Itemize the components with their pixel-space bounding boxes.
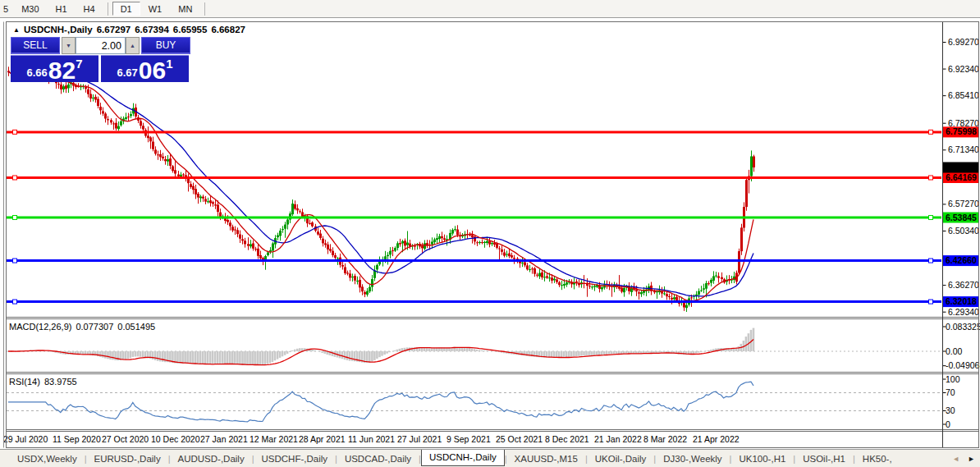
- y-axis-tick-label: 6.99270: [948, 37, 979, 47]
- candle-body: [259, 255, 262, 259]
- buy-button[interactable]: BUY: [141, 37, 190, 54]
- candle-body: [361, 286, 364, 291]
- tab-usdx-weekly[interactable]: USDX,Weekly: [10, 452, 85, 465]
- price-level-handle[interactable]: [929, 216, 933, 220]
- price-level-handle[interactable]: [13, 216, 17, 220]
- candle-body: [663, 293, 666, 294]
- candle-body: [529, 269, 531, 270]
- candle-body: [471, 235, 474, 237]
- tab-usoil-h1[interactable]: USOil-,H1: [795, 452, 853, 465]
- candle-body: [685, 305, 688, 308]
- current-price-label: 6.66827: [946, 163, 977, 172]
- volume-increase-button[interactable]: ▲: [126, 37, 140, 54]
- candle-body: [369, 287, 371, 291]
- sell-price-big: 82: [48, 58, 76, 82]
- candle-body: [67, 85, 70, 88]
- tab-dj30-weekly[interactable]: DJ30-,Weekly: [656, 452, 729, 465]
- candle-body: [421, 245, 424, 248]
- candle-body: [344, 268, 346, 273]
- tab-usdcnh-daily[interactable]: USDCNH-,Daily: [421, 449, 505, 466]
- chevron-down-icon: ▼: [66, 43, 71, 48]
- candle-body: [508, 254, 511, 257]
- buy-price-display[interactable]: 6.67 06 1: [101, 55, 189, 82]
- candle-body: [671, 298, 673, 300]
- candle-body: [534, 268, 536, 274]
- x-axis-date-label: 27 Jan 2021: [200, 434, 248, 444]
- candle-body: [87, 89, 89, 94]
- candle-body: [241, 239, 244, 240]
- tab-hk50[interactable]: HK50-,: [855, 452, 900, 465]
- candle-body: [483, 242, 486, 243]
- price-level-handle[interactable]: [13, 130, 17, 134]
- price-level-handle[interactable]: [929, 259, 933, 263]
- candle-body: [503, 253, 506, 256]
- symbol-title: USDCNH-,Daily: [24, 25, 93, 34]
- sell-price-display[interactable]: 6.66 82 7: [11, 55, 98, 82]
- candle-body: [192, 186, 195, 190]
- candle-body: [296, 208, 299, 211]
- candle-body: [204, 199, 207, 201]
- candle-body: [431, 242, 433, 245]
- candle-body: [319, 234, 322, 238]
- candle-body: [229, 222, 231, 226]
- candle-body: [182, 175, 185, 176]
- volume-input[interactable]: [76, 37, 126, 54]
- candle-body: [359, 280, 361, 288]
- tab-usdchf-daily[interactable]: USDCHF-,Daily: [254, 452, 336, 465]
- candle-body: [506, 254, 508, 255]
- candle-body: [267, 253, 269, 255]
- candle-body: [294, 204, 296, 209]
- candle-body: [753, 157, 755, 168]
- candle-body: [212, 202, 214, 204]
- candle-body: [561, 285, 563, 286]
- price-level-handle[interactable]: [929, 130, 933, 134]
- candle-body: [531, 268, 534, 269]
- candle-body: [190, 184, 192, 187]
- tab-uk100-h1[interactable]: UK100-,H1: [731, 452, 793, 465]
- candle-body: [332, 251, 334, 255]
- candle-body: [461, 236, 464, 236]
- price-level-handle[interactable]: [13, 176, 17, 180]
- candle-body: [700, 291, 703, 291]
- tab-eurusd-daily[interactable]: EURUSD-,Daily: [87, 452, 168, 465]
- candle-body: [438, 236, 441, 239]
- tab-ukoil-daily[interactable]: UKOil-,Daily: [588, 452, 654, 465]
- candle-body: [738, 251, 740, 272]
- price-level-handle[interactable]: [929, 176, 933, 180]
- candle-body: [556, 280, 558, 282]
- rsi-value: 83.9755: [44, 377, 77, 387]
- candle-body: [214, 204, 217, 205]
- candle-body: [712, 277, 715, 281]
- candle-body: [85, 87, 87, 89]
- tab-audusd-daily[interactable]: AUDUSD-,Daily: [171, 452, 252, 465]
- candle-body: [538, 273, 541, 277]
- candle-body: [406, 243, 409, 245]
- price-level-handle[interactable]: [929, 300, 933, 304]
- candle-body: [57, 84, 60, 85]
- tab-scroll-left-icon[interactable]: ◄: [952, 455, 959, 463]
- tab-scroll-right-icon[interactable]: ►: [968, 455, 975, 463]
- candle-body: [291, 204, 294, 214]
- volume-decrease-button[interactable]: ▼: [62, 37, 76, 54]
- candle-body: [404, 240, 406, 245]
- price-level-handle[interactable]: [13, 259, 17, 263]
- candle-body: [130, 114, 132, 116]
- candle-body: [172, 167, 174, 172]
- sell-button[interactable]: SELL: [11, 37, 60, 54]
- x-axis-date-label: 8 Mar 2022: [643, 434, 687, 444]
- candle-body: [683, 302, 685, 307]
- candle-body: [695, 295, 698, 296]
- candle-body: [511, 255, 513, 258]
- candle-body: [469, 235, 471, 236]
- candle-body: [110, 120, 112, 122]
- candle-body: [541, 272, 543, 277]
- price-level-handle[interactable]: [13, 300, 17, 304]
- tab-scroll-controls: ◄ ►: [950, 451, 978, 467]
- collapse-triangle-icon[interactable]: ▲: [13, 26, 20, 34]
- tab-usdcad-daily[interactable]: USDCAD-,Daily: [337, 452, 419, 465]
- candle-body: [99, 107, 102, 110]
- candle-body: [60, 85, 62, 89]
- rsi-name: RSI(14): [9, 377, 40, 387]
- tab-xauusd-m15[interactable]: XAUUSD-,M15: [507, 452, 585, 465]
- candle-body: [140, 121, 142, 126]
